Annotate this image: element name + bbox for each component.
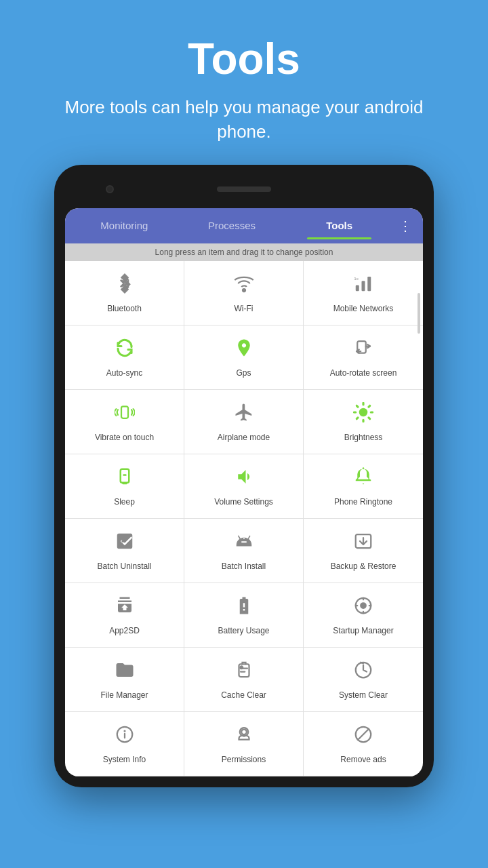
battery-icon — [234, 595, 254, 620]
tool-file-manager[interactable]: File Manager — [65, 648, 184, 712]
tool-startup[interactable]: Startup Manager — [304, 583, 423, 648]
remove-ads-label: Remove ads — [340, 755, 386, 766]
bluetooth-label: Bluetooth — [107, 304, 142, 315]
brightness-icon — [353, 402, 373, 427]
svg-line-10 — [357, 406, 358, 408]
phone-screen-wrapper: Monitoring Processes Tools ⋮ Long press … — [65, 208, 423, 776]
svg-point-23 — [240, 667, 243, 669]
tool-vibrate[interactable]: Vibrate on touch — [65, 390, 184, 454]
tool-batch-uninstall[interactable]: Batch Uninstall — [65, 519, 184, 583]
auto-sync-icon — [115, 338, 135, 363]
startup-icon — [353, 595, 373, 620]
auto-rotate-icon — [353, 338, 373, 363]
tool-auto-sync[interactable]: Auto-sync — [65, 326, 184, 390]
airplane-label: Airplane mode — [218, 433, 270, 443]
tool-gps[interactable]: Gps — [184, 326, 304, 390]
tool-volume[interactable]: Volume Settings — [184, 454, 304, 519]
tool-system-info[interactable]: System Info — [65, 712, 184, 776]
page-subtitle: More tools can help you manage your andr… — [27, 95, 461, 144]
tool-airplane[interactable]: Airplane mode — [184, 390, 304, 454]
sleep-icon — [115, 467, 135, 492]
brightness-label: Brightness — [344, 433, 383, 443]
system-clear-label: System Clear — [339, 690, 388, 701]
tools-grid: Bluetooth Wi-Fi — [65, 261, 423, 776]
wifi-label: Wi-Fi — [235, 304, 253, 315]
system-clear-icon — [353, 660, 373, 685]
volume-icon — [234, 467, 254, 492]
tool-permissions[interactable]: Permissions — [184, 712, 304, 776]
svg-rect-6 — [121, 407, 128, 419]
scroll-indicator — [418, 293, 420, 334]
vibrate-label: Vibrate on touch — [95, 433, 154, 443]
tool-system-clear[interactable]: System Clear — [304, 648, 423, 712]
tool-bluetooth[interactable]: Bluetooth — [65, 261, 184, 326]
wifi-icon — [234, 273, 254, 298]
auto-sync-label: Auto-sync — [106, 368, 142, 379]
tool-remove-ads[interactable]: Remove ads — [304, 712, 423, 776]
system-info-icon — [115, 724, 135, 749]
svg-point-28 — [241, 730, 247, 735]
tab-tools[interactable]: Tools — [285, 212, 393, 239]
svg-line-14 — [357, 418, 358, 419]
tab-monitoring[interactable]: Monitoring — [70, 212, 178, 239]
battery-label: Battery Usage — [218, 626, 269, 637]
app2sd-label: App2SD — [109, 626, 140, 637]
cache-clear-label: Cache Clear — [221, 690, 266, 701]
svg-line-11 — [369, 418, 370, 419]
svg-line-15 — [369, 406, 370, 408]
backup-icon — [353, 531, 373, 556]
svg-point-21 — [361, 604, 366, 609]
system-info-label: System Info — [103, 755, 146, 766]
tool-batch-install[interactable]: Batch Install — [184, 519, 304, 583]
batch-uninstall-icon — [115, 531, 135, 556]
permissions-label: Permissions — [222, 755, 266, 766]
permissions-icon — [234, 724, 254, 749]
page-title: Tools — [27, 34, 461, 84]
tool-cache-clear[interactable]: Cache Clear — [184, 648, 304, 712]
mobile-networks-label: Mobile Networks — [333, 304, 394, 315]
tool-backup[interactable]: Backup & Restore — [304, 519, 423, 583]
gps-label: Gps — [236, 368, 251, 379]
batch-install-icon — [234, 531, 254, 556]
svg-rect-18 — [123, 475, 126, 477]
phone-top — [65, 176, 423, 203]
gps-icon — [234, 338, 254, 363]
tool-app2sd[interactable]: App2SD — [65, 583, 184, 648]
svg-rect-1 — [356, 285, 359, 292]
cache-clear-icon — [234, 660, 254, 685]
file-manager-label: File Manager — [100, 690, 148, 701]
batch-install-label: Batch Install — [222, 561, 266, 572]
ringtone-icon — [353, 467, 373, 492]
airplane-icon — [234, 402, 254, 427]
more-menu-button[interactable]: ⋮ — [393, 212, 418, 239]
batch-uninstall-label: Batch Uninstall — [97, 561, 151, 572]
tool-wifi[interactable]: Wi-Fi — [184, 261, 304, 326]
volume-label: Volume Settings — [214, 497, 273, 508]
tool-sleep[interactable]: Sleep — [65, 454, 184, 519]
vibrate-icon — [115, 402, 135, 427]
mobile-networks-icon: 1x — [353, 273, 373, 298]
backup-label: Backup & Restore — [331, 561, 396, 572]
svg-line-31 — [357, 729, 369, 741]
remove-ads-icon — [353, 724, 373, 749]
svg-text:1x: 1x — [354, 276, 359, 281]
tool-auto-rotate[interactable]: Auto-rotate screen — [304, 326, 423, 390]
tool-mobile-networks[interactable]: 1x Mobile Networks — [304, 261, 423, 326]
tab-processes[interactable]: Processes — [178, 212, 286, 239]
phone-frame: Monitoring Processes Tools ⋮ Long press … — [54, 165, 434, 787]
svg-rect-2 — [362, 281, 365, 292]
bluetooth-icon — [115, 273, 135, 298]
file-manager-icon — [115, 660, 135, 685]
svg-point-7 — [359, 408, 368, 417]
tool-battery[interactable]: Battery Usage — [184, 583, 304, 648]
tool-ringtone[interactable]: Phone Ringtone — [304, 454, 423, 519]
ringtone-label: Phone Ringtone — [334, 497, 392, 508]
phone-camera — [106, 185, 114, 193]
hint-bar: Long press an item and drag it to change… — [65, 243, 423, 261]
header-section: Tools More tools can help you manage you… — [0, 0, 488, 165]
svg-rect-3 — [367, 277, 371, 291]
app2sd-icon — [115, 595, 135, 620]
sleep-label: Sleep — [114, 497, 135, 508]
startup-label: Startup Manager — [333, 626, 393, 637]
tool-brightness[interactable]: Brightness — [304, 390, 423, 454]
